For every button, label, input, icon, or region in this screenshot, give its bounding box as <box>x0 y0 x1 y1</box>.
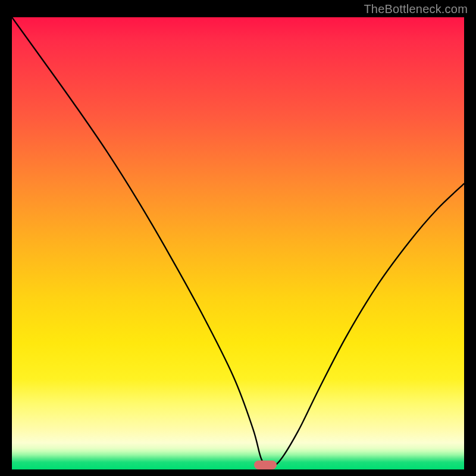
curve-layer <box>12 17 464 469</box>
watermark-text: TheBottleneck.com <box>364 2 468 16</box>
optimum-marker <box>254 461 277 469</box>
plot-area <box>12 17 464 469</box>
chart-frame: TheBottleneck.com <box>0 0 476 476</box>
bottleneck-curve <box>12 17 464 465</box>
